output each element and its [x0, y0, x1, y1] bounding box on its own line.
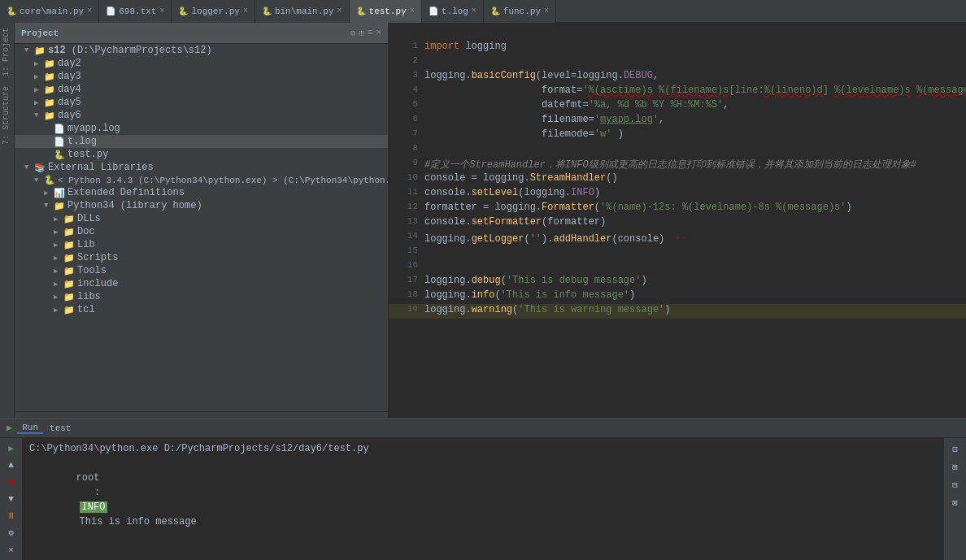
code-line-12: 12 formatter = logging.Formatter('%(name…: [389, 202, 966, 216]
sidebar-label-structure[interactable]: 7: Structure: [0, 81, 14, 150]
close-panel-icon[interactable]: ×: [376, 28, 381, 38]
tree-item-include[interactable]: ▶ 📁 include: [15, 277, 388, 290]
code-line-3: 3 logging.basicConfig(level=logging.DEBU…: [389, 70, 966, 85]
gear-icon[interactable]: ≡: [368, 28, 373, 38]
tab-close-test[interactable]: ×: [410, 7, 415, 15]
code-line-19: 19 logging.warning('This is warning mess…: [389, 304, 966, 319]
tree-item-doc[interactable]: ▶ 📁 Doc: [15, 225, 388, 238]
run-tab[interactable]: Run: [17, 423, 43, 434]
settings-icon[interactable]: ⚙: [350, 28, 356, 38]
tree-item-day3[interactable]: ▶ 📁 day3: [15, 70, 388, 83]
run-pause-button[interactable]: ⏸: [3, 509, 20, 523]
tree-label-day5: day5: [58, 97, 81, 108]
tree-arrow-lib: ▶: [54, 241, 63, 250]
python-icon-5: 🐍: [490, 7, 500, 16]
python-file-icon: 🐍: [54, 150, 65, 160]
tree-item-libs[interactable]: ▶ 📁 libs: [15, 290, 388, 303]
run-output: C:\Python34\python.exe D:/PycharmProject…: [23, 438, 943, 560]
ext-libs-icon: 📚: [34, 163, 46, 173]
tab-close-698[interactable]: ×: [159, 7, 164, 15]
tree-arrow-python34-lib: ▼: [44, 202, 54, 210]
folder-icon-doc: 📁: [63, 227, 75, 237]
tab-logger[interactable]: 🐍 logger.py ×: [172, 0, 255, 23]
tree-item-scripts[interactable]: ▶ 📁 Scripts: [15, 251, 388, 264]
tree-item-test-py[interactable]: 🐍 test.py: [15, 148, 388, 161]
tree-arrow-include: ▶: [54, 280, 63, 289]
run-right-btn-4[interactable]: ⊠: [947, 495, 964, 510]
tree-label-include: include: [77, 278, 118, 289]
project-panel-title: Project: [21, 28, 350, 38]
run-right-btn-1[interactable]: ⊡: [947, 441, 964, 456]
tab-close-bin-main[interactable]: ×: [337, 7, 342, 15]
tree-item-day4[interactable]: ▶ 📁 day4: [15, 83, 388, 96]
tab-close-core-main[interactable]: ×: [87, 7, 92, 15]
tab-core-main[interactable]: 🐍 core\main.py ×: [0, 0, 99, 23]
tab-tlog[interactable]: 📄 t.log ×: [422, 0, 484, 23]
tree-item-tcl[interactable]: ▶ 📁 tcl: [15, 303, 388, 316]
tree-item-s12[interactable]: ▼ 📁 s12 (D:\PycharmProjects\s12): [15, 44, 388, 57]
run-down-button[interactable]: ▼: [3, 493, 20, 506]
tree-item-python343[interactable]: ▼ 🐍 < Python 3.4.3 (C:\Python34\python.e…: [15, 174, 388, 186]
left-sidebar: 1: Project 7: Structure: [0, 23, 15, 418]
code-line-2: 2: [389, 55, 966, 70]
run-close-button[interactable]: ×: [3, 543, 20, 557]
tree-label-lib: Lib: [77, 239, 95, 250]
tree-item-tlog[interactable]: 📄 t.log: [15, 135, 388, 148]
run-settings-button[interactable]: ⚙: [3, 526, 20, 540]
tree-item-lib[interactable]: ▶ 📁 Lib: [15, 238, 388, 251]
tree-arrow-python343: ▼: [34, 176, 44, 184]
run-stop-button[interactable]: ■: [3, 475, 20, 489]
python-icon-4: 🐍: [356, 7, 366, 16]
run-right-btn-2[interactable]: ⊞: [947, 459, 964, 474]
folder-icon-python34: 📁: [54, 201, 65, 211]
tree-arrow-tools: ▶: [54, 267, 63, 276]
output-info-badge: INFO: [80, 501, 108, 513]
python-icon: 🐍: [7, 7, 16, 16]
code-line-7: 7 filemode='w' ): [389, 128, 966, 143]
tab-bar: 🐍 core\main.py × 📄 698.txt × 🐍 logger.py…: [0, 0, 966, 23]
ext-defs-icon: 📊: [54, 188, 65, 198]
run-left-toolbar: ▶ ▲ ■ ▼ ⏸ ⚙ ×: [0, 438, 23, 560]
code-line-8: 8: [389, 143, 966, 158]
tree-arrow-day5: ▶: [34, 98, 44, 107]
project-panel-scrollbar[interactable]: [15, 411, 388, 418]
editor-content[interactable]: 1 import logging 2 3 logging.basicConfig…: [389, 23, 966, 418]
tree-item-day5[interactable]: ▶ 📁 day5: [15, 96, 388, 109]
tree-item-ext-defs[interactable]: ▶ 📊 Extended Definitions: [15, 186, 388, 199]
code-line-5: 5 datefmt='%a, %d %b %Y %H:%M:%S',: [389, 99, 966, 114]
tree-item-ext-libs[interactable]: ▼ 📚 External Libraries: [15, 161, 388, 174]
tree-item-dlls[interactable]: ▶ 📁 DLLs: [15, 212, 388, 225]
code-line-14: 14 logging.getLogger('').addHandler(cons…: [389, 231, 966, 245]
folder-icon-lib: 📁: [63, 240, 75, 250]
tab-test-py[interactable]: 🐍 test.py ×: [350, 0, 422, 23]
tree-item-day2[interactable]: ▶ 📁 day2: [15, 57, 388, 70]
run-play-button[interactable]: ▶: [3, 441, 20, 455]
tab-bin-main[interactable]: 🐍 bin\main.py ×: [255, 0, 350, 23]
tree-item-myapp-log[interactable]: 📄 myapp.log: [15, 122, 388, 135]
tab-close-logger[interactable]: ×: [243, 7, 248, 15]
code-line-13: 13 console.setFormatter(formatter): [389, 216, 966, 231]
folder-icon-dlls: 📁: [63, 214, 75, 224]
tree-item-day6[interactable]: ▼ 📁 day6: [15, 109, 388, 122]
tab-close-tlog[interactable]: ×: [472, 7, 476, 15]
code-line-4: 4 format='%(asctime)s %(filename)s[line:…: [389, 85, 966, 99]
tab-func[interactable]: 🐍 func.py ×: [484, 0, 556, 23]
tree-arrow-tcl: ▶: [54, 306, 63, 315]
log-icon-tlog: 📄: [54, 137, 65, 147]
run-right-btn-3[interactable]: ⊟: [947, 477, 964, 492]
tree-item-python34-lib[interactable]: ▼ 📁 Python34 (library home): [15, 199, 388, 212]
run-panel: ▶ Run test ▶ ▲ ■ ▼ ⏸ ⚙ × C:\Python34\pyt…: [0, 418, 966, 560]
folder-icon-include: 📁: [63, 279, 75, 289]
run-up-button[interactable]: ▲: [3, 458, 20, 472]
code-line-9: 9 #定义一个StreamHandler，将INFO级别或更高的日志信息打印到标…: [389, 158, 966, 172]
project-panel-header: Project ⚙ ⊞ ≡ ×: [15, 23, 388, 44]
tree-arrow-day4: ▶: [34, 85, 44, 94]
sidebar-label-project[interactable]: 1: Project: [0, 23, 14, 81]
expand-icon[interactable]: ⊞: [359, 28, 364, 38]
folder-icon-tcl: 📁: [63, 305, 75, 315]
python-icon-3: 🐍: [262, 7, 272, 16]
tree-arrow-s12: ▼: [24, 46, 34, 54]
tab-698[interactable]: 📄 698.txt ×: [99, 0, 172, 23]
tab-close-func[interactable]: ×: [544, 7, 549, 15]
tree-item-tools[interactable]: ▶ 📁 Tools: [15, 264, 388, 277]
